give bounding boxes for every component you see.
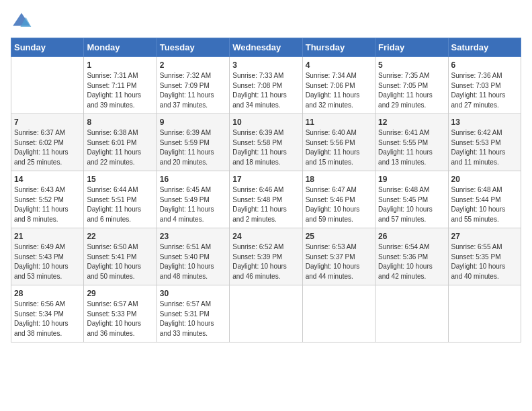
- logo: [11, 11, 36, 32]
- day-number: 27: [451, 232, 518, 241]
- day-info: Sunrise: 6:55 AM Sunset: 5:35 PM Dayligh…: [451, 242, 518, 281]
- day-info: Sunrise: 6:40 AM Sunset: 5:56 PM Dayligh…: [306, 128, 372, 167]
- day-number: 2: [160, 60, 226, 70]
- day-info: Sunrise: 6:37 AM Sunset: 6:02 PM Dayligh…: [14, 128, 81, 167]
- calendar-week-5: 28Sunrise: 6:56 AM Sunset: 5:34 PM Dayli…: [11, 285, 521, 342]
- calendar-cell: 3Sunrise: 7:33 AM Sunset: 7:08 PM Daylig…: [230, 57, 302, 114]
- calendar-week-4: 21Sunrise: 6:49 AM Sunset: 5:43 PM Dayli…: [11, 228, 521, 285]
- calendar-header: SundayMondayTuesdayWednesdayThursdayFrid…: [11, 38, 521, 57]
- calendar-week-1: 1Sunrise: 7:31 AM Sunset: 7:11 PM Daylig…: [11, 57, 521, 114]
- day-number: 4: [306, 60, 372, 70]
- day-info: Sunrise: 6:54 AM Sunset: 5:36 PM Dayligh…: [378, 242, 445, 281]
- calendar-cell: [302, 285, 375, 342]
- day-number: 15: [87, 175, 153, 184]
- calendar-week-3: 14Sunrise: 6:43 AM Sunset: 5:52 PM Dayli…: [11, 171, 521, 228]
- day-number: 6: [451, 60, 518, 70]
- calendar-table: SundayMondayTuesdayWednesdayThursdayFrid…: [11, 38, 521, 342]
- day-number: 23: [160, 232, 226, 241]
- day-number: 16: [160, 175, 226, 184]
- calendar-cell: 1Sunrise: 7:31 AM Sunset: 7:11 PM Daylig…: [84, 57, 157, 114]
- calendar-cell: 14Sunrise: 6:43 AM Sunset: 5:52 PM Dayli…: [11, 171, 84, 228]
- col-header-thursday: Thursday: [302, 38, 375, 57]
- day-number: 1: [87, 60, 153, 70]
- day-number: 25: [306, 232, 372, 241]
- day-number: 20: [451, 175, 518, 184]
- day-info: Sunrise: 6:49 AM Sunset: 5:43 PM Dayligh…: [14, 242, 81, 281]
- calendar-cell: 18Sunrise: 6:47 AM Sunset: 5:46 PM Dayli…: [302, 171, 375, 228]
- col-header-tuesday: Tuesday: [157, 38, 229, 57]
- day-info: Sunrise: 6:57 AM Sunset: 5:31 PM Dayligh…: [160, 300, 226, 338]
- calendar-cell: 12Sunrise: 6:41 AM Sunset: 5:55 PM Dayli…: [375, 114, 448, 171]
- day-number: 28: [14, 289, 81, 298]
- calendar-cell: 5Sunrise: 7:35 AM Sunset: 7:05 PM Daylig…: [375, 57, 448, 114]
- calendar-cell: 29Sunrise: 6:57 AM Sunset: 5:33 PM Dayli…: [84, 285, 157, 342]
- day-info: Sunrise: 6:48 AM Sunset: 5:45 PM Dayligh…: [378, 185, 445, 224]
- day-number: 5: [378, 60, 445, 70]
- day-number: 11: [306, 118, 372, 127]
- day-info: Sunrise: 6:50 AM Sunset: 5:41 PM Dayligh…: [87, 242, 153, 281]
- day-info: Sunrise: 6:53 AM Sunset: 5:37 PM Dayligh…: [306, 242, 372, 281]
- day-number: 19: [378, 175, 445, 184]
- calendar-cell: 20Sunrise: 6:48 AM Sunset: 5:44 PM Dayli…: [448, 171, 521, 228]
- day-info: Sunrise: 7:36 AM Sunset: 7:03 PM Dayligh…: [451, 71, 518, 110]
- col-header-monday: Monday: [84, 38, 157, 57]
- day-number: 8: [87, 118, 153, 127]
- calendar-cell: 19Sunrise: 6:48 AM Sunset: 5:45 PM Dayli…: [375, 171, 448, 228]
- day-info: Sunrise: 6:51 AM Sunset: 5:40 PM Dayligh…: [160, 242, 226, 281]
- day-number: 18: [306, 175, 372, 184]
- day-info: Sunrise: 6:38 AM Sunset: 6:01 PM Dayligh…: [87, 128, 153, 167]
- day-info: Sunrise: 6:39 AM Sunset: 5:59 PM Dayligh…: [160, 128, 226, 167]
- day-number: 26: [378, 232, 445, 241]
- calendar-cell: 24Sunrise: 6:52 AM Sunset: 5:39 PM Dayli…: [230, 228, 302, 285]
- day-info: Sunrise: 6:56 AM Sunset: 5:34 PM Dayligh…: [14, 300, 81, 338]
- day-info: Sunrise: 6:39 AM Sunset: 5:58 PM Dayligh…: [232, 128, 299, 167]
- day-info: Sunrise: 7:35 AM Sunset: 7:05 PM Dayligh…: [378, 71, 445, 110]
- calendar-cell: 23Sunrise: 6:51 AM Sunset: 5:40 PM Dayli…: [157, 228, 229, 285]
- calendar-cell: 4Sunrise: 7:34 AM Sunset: 7:06 PM Daylig…: [302, 57, 375, 114]
- calendar-week-2: 7Sunrise: 6:37 AM Sunset: 6:02 PM Daylig…: [11, 114, 521, 171]
- day-number: 24: [232, 232, 299, 241]
- day-info: Sunrise: 6:43 AM Sunset: 5:52 PM Dayligh…: [14, 185, 81, 224]
- col-header-friday: Friday: [375, 38, 448, 57]
- day-number: 30: [160, 289, 226, 298]
- col-header-saturday: Saturday: [448, 38, 521, 57]
- day-info: Sunrise: 6:48 AM Sunset: 5:44 PM Dayligh…: [451, 185, 518, 224]
- calendar-cell: 26Sunrise: 6:54 AM Sunset: 5:36 PM Dayli…: [375, 228, 448, 285]
- day-number: 21: [14, 232, 81, 241]
- day-info: Sunrise: 6:44 AM Sunset: 5:51 PM Dayligh…: [87, 185, 153, 224]
- calendar-cell: 13Sunrise: 6:42 AM Sunset: 5:53 PM Dayli…: [448, 114, 521, 171]
- calendar-cell: 21Sunrise: 6:49 AM Sunset: 5:43 PM Dayli…: [11, 228, 84, 285]
- day-number: 14: [14, 175, 81, 184]
- day-info: Sunrise: 7:31 AM Sunset: 7:11 PM Dayligh…: [87, 71, 153, 110]
- calendar-cell: [448, 285, 521, 342]
- day-info: Sunrise: 6:52 AM Sunset: 5:39 PM Dayligh…: [232, 242, 299, 281]
- calendar-cell: 11Sunrise: 6:40 AM Sunset: 5:56 PM Dayli…: [302, 114, 375, 171]
- logo-icon: [11, 11, 32, 32]
- calendar-cell: 10Sunrise: 6:39 AM Sunset: 5:58 PM Dayli…: [230, 114, 302, 171]
- calendar-cell: 25Sunrise: 6:53 AM Sunset: 5:37 PM Dayli…: [302, 228, 375, 285]
- day-number: 3: [232, 60, 299, 70]
- day-info: Sunrise: 6:41 AM Sunset: 5:55 PM Dayligh…: [378, 128, 445, 167]
- day-number: 9: [160, 118, 226, 127]
- calendar-cell: 22Sunrise: 6:50 AM Sunset: 5:41 PM Dayli…: [84, 228, 157, 285]
- day-info: Sunrise: 7:34 AM Sunset: 7:06 PM Dayligh…: [306, 71, 372, 110]
- calendar-cell: 17Sunrise: 6:46 AM Sunset: 5:48 PM Dayli…: [230, 171, 302, 228]
- calendar-cell: 15Sunrise: 6:44 AM Sunset: 5:51 PM Dayli…: [84, 171, 157, 228]
- day-info: Sunrise: 6:45 AM Sunset: 5:49 PM Dayligh…: [160, 185, 226, 224]
- calendar-cell: 8Sunrise: 6:38 AM Sunset: 6:01 PM Daylig…: [84, 114, 157, 171]
- calendar-cell: [375, 285, 448, 342]
- day-number: 13: [451, 118, 518, 127]
- day-info: Sunrise: 6:42 AM Sunset: 5:53 PM Dayligh…: [451, 128, 518, 167]
- day-number: 10: [232, 118, 299, 127]
- page-header: [11, 11, 521, 32]
- day-number: 17: [232, 175, 299, 184]
- day-number: 22: [87, 232, 153, 241]
- calendar-cell: [11, 57, 84, 114]
- day-info: Sunrise: 6:46 AM Sunset: 5:48 PM Dayligh…: [232, 185, 299, 224]
- day-number: 12: [378, 118, 445, 127]
- calendar-cell: 27Sunrise: 6:55 AM Sunset: 5:35 PM Dayli…: [448, 228, 521, 285]
- calendar-cell: 7Sunrise: 6:37 AM Sunset: 6:02 PM Daylig…: [11, 114, 84, 171]
- calendar-cell: 9Sunrise: 6:39 AM Sunset: 5:59 PM Daylig…: [157, 114, 229, 171]
- calendar-cell: 16Sunrise: 6:45 AM Sunset: 5:49 PM Dayli…: [157, 171, 229, 228]
- calendar-cell: [230, 285, 302, 342]
